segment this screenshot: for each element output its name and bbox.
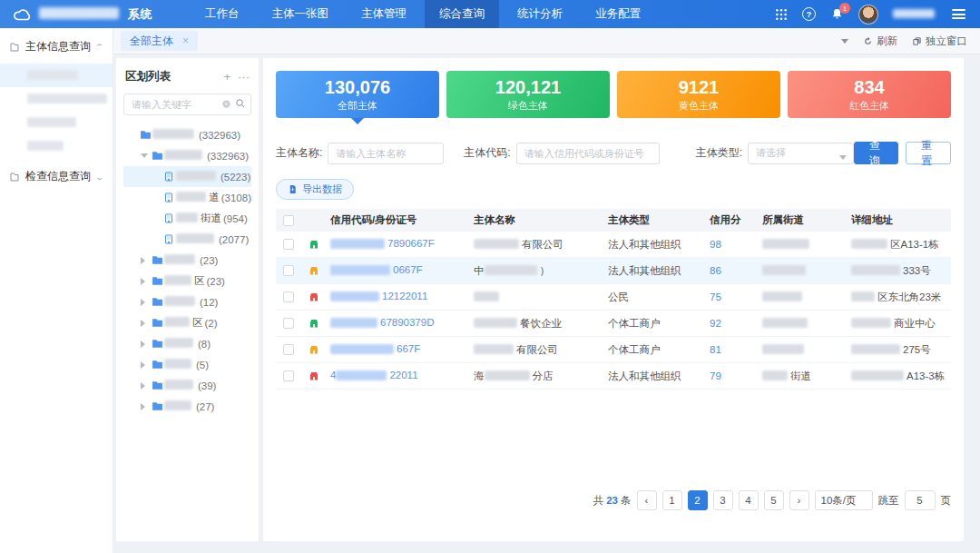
sidebar-group-2[interactable]: 检查信息查询⌄: [0, 158, 113, 193]
tree-node[interactable]: (5223): [123, 166, 251, 187]
page-size-select[interactable]: 10条/页: [815, 490, 873, 510]
chevron-down-icon[interactable]: [139, 151, 150, 162]
credit-score[interactable]: 98: [710, 239, 762, 250]
jump-page-input[interactable]: [905, 490, 936, 510]
notification-bell-icon[interactable]: 1: [830, 7, 844, 21]
page-button-1[interactable]: 1: [662, 490, 682, 510]
nav-item-综合查询[interactable]: 综合查询: [425, 0, 499, 28]
tree-node[interactable]: 区 (2): [123, 312, 251, 333]
credit-score[interactable]: 81: [710, 344, 762, 355]
stat-label: 绿色主体: [508, 99, 548, 113]
subject-code-input[interactable]: [516, 143, 660, 164]
credit-score[interactable]: 75: [710, 291, 762, 302]
open-window-button[interactable]: 独立窗口: [912, 35, 967, 48]
tree-node[interactable]: 街道 (954): [123, 208, 251, 229]
search-button[interactable]: 查询: [854, 142, 899, 164]
page-button-4[interactable]: 4: [739, 490, 759, 510]
address: 商业中心: [851, 317, 951, 331]
page-button-3[interactable]: 3: [713, 490, 733, 510]
refresh-button[interactable]: 刷新: [863, 35, 897, 48]
chevron-right-icon[interactable]: [139, 278, 150, 285]
table-row[interactable]: 422011海分店法人和其他组织79街道A13-3栋: [276, 363, 951, 390]
tab-all-subjects[interactable]: 全部主体 ×: [121, 31, 198, 51]
sidebar-item[interactable]: [0, 134, 113, 158]
chevron-right-icon[interactable]: [139, 257, 150, 264]
subject-type: 个体工商户: [608, 343, 710, 357]
table-row[interactable]: 667F有限公司个体工商户81275号: [276, 337, 951, 363]
apps-grid-icon[interactable]: [775, 8, 788, 21]
nav-item-统计分析[interactable]: 统计分析: [503, 0, 577, 28]
row-checkbox[interactable]: [283, 318, 294, 329]
tree-node[interactable]: (332963): [123, 145, 251, 166]
stat-card-blue[interactable]: 130,076全部主体: [276, 71, 439, 118]
redacted-subject-name: [474, 344, 514, 354]
tabs-dropdown-icon[interactable]: [841, 39, 848, 47]
table-row[interactable]: 7890667F有限公司法人和其他组织98区A13-1栋: [276, 232, 951, 258]
stat-card-green[interactable]: 120,121绿色主体: [446, 71, 610, 118]
tree-node[interactable]: (12): [123, 291, 251, 312]
tree-node[interactable]: (39): [123, 375, 251, 396]
tree-node[interactable]: (8): [123, 333, 251, 354]
nav-item-主体管理[interactable]: 主体管理: [347, 0, 421, 28]
chevron-right-icon[interactable]: [139, 361, 150, 369]
nav-item-工作台[interactable]: 工作台: [191, 0, 254, 28]
page-button-2[interactable]: 2: [688, 490, 708, 510]
sidebar-item[interactable]: [0, 111, 113, 134]
row-checkbox[interactable]: [283, 370, 294, 381]
help-icon[interactable]: ?: [802, 7, 816, 21]
stat-card-orange[interactable]: 9121黄色主体: [617, 71, 780, 118]
chevron-right-icon[interactable]: [139, 299, 150, 306]
chevron-right-icon[interactable]: [139, 320, 150, 327]
row-checkbox[interactable]: [283, 344, 294, 355]
clear-icon[interactable]: [221, 99, 231, 109]
sidebar-item[interactable]: [0, 64, 113, 87]
credit-score[interactable]: 86: [710, 265, 762, 276]
street: [762, 343, 851, 355]
nav-item-业务配置[interactable]: 业务配置: [581, 0, 655, 28]
subject-name: 有限公司: [474, 343, 608, 357]
user-avatar[interactable]: [858, 5, 878, 25]
redacted-subject-name: [474, 318, 517, 328]
export-data-button[interactable]: 导出数据: [276, 179, 354, 200]
menu-hamburger-icon[interactable]: [952, 9, 965, 19]
subject-name-input[interactable]: [328, 143, 444, 164]
sidebar-group-1[interactable]: 主体信息查询⌃: [0, 28, 113, 64]
workspace: 区划列表 + ··· (332963) (332963) (5223)道 (31…: [113, 54, 980, 553]
row-checkbox[interactable]: [283, 265, 294, 276]
prev-page-button[interactable]: ‹: [637, 490, 657, 510]
credit-score[interactable]: 79: [710, 370, 762, 381]
add-region-icon[interactable]: +: [223, 70, 230, 84]
tree-node[interactable]: (23): [123, 250, 251, 271]
credit-score[interactable]: 92: [710, 318, 762, 329]
region-count: (23): [207, 276, 225, 287]
table-row[interactable]: 0667F中）法人和其他组织86333号: [276, 258, 951, 284]
tree-node[interactable]: 道 (3108): [123, 187, 251, 208]
page-button-5[interactable]: 5: [764, 490, 784, 510]
reset-button[interactable]: 重置: [906, 142, 951, 164]
region-count: (2077): [219, 234, 249, 245]
chevron-right-icon[interactable]: [139, 403, 150, 410]
table-row[interactable]: 67890379D餐饮企业个体工商户92商业中心: [276, 311, 951, 337]
region-count: (12): [200, 297, 218, 308]
more-options-icon[interactable]: ···: [238, 70, 250, 84]
chevron-right-icon[interactable]: [139, 382, 150, 390]
table-row[interactable]: 12122011公民75区东北角23米: [276, 284, 951, 311]
stat-card-red[interactable]: 834红色主体: [788, 71, 951, 118]
tree-node[interactable]: (27): [123, 396, 251, 417]
select-all-checkbox[interactable]: [283, 215, 294, 226]
row-checkbox[interactable]: [283, 291, 294, 302]
row-checkbox[interactable]: [283, 239, 294, 250]
tab-close-icon[interactable]: ×: [182, 35, 189, 47]
credit-code: 7890667F: [330, 238, 474, 250]
subject-type-select[interactable]: 请选择: [748, 143, 854, 164]
sidebar-item[interactable]: [0, 87, 113, 111]
tree-node[interactable]: 区 (23): [123, 271, 251, 291]
pagination: 共23条‹12345›10条/页跳至页: [593, 490, 951, 510]
tree-node[interactable]: (332963): [123, 124, 251, 145]
tree-node[interactable]: (5): [123, 354, 251, 375]
nav-item-主体一张图[interactable]: 主体一张图: [258, 0, 344, 28]
search-icon[interactable]: [235, 98, 246, 109]
next-page-button[interactable]: ›: [789, 490, 809, 510]
chevron-right-icon[interactable]: [139, 341, 150, 348]
tree-node[interactable]: (2077): [123, 229, 251, 250]
